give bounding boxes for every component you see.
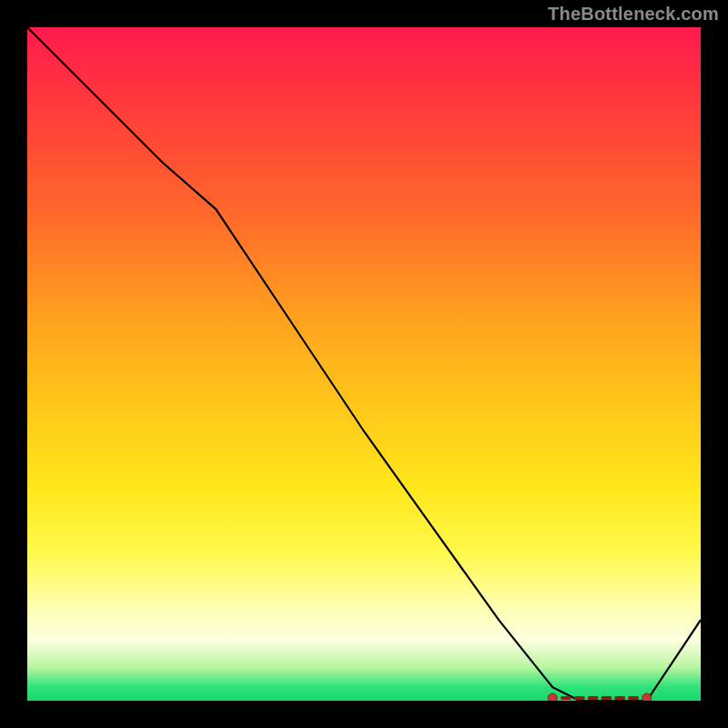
optimal-dot-left: [548, 693, 557, 701]
plot-area: [27, 27, 701, 701]
attribution-text: TheBottleneck.com: [548, 4, 719, 25]
optimal-dot-right: [642, 693, 652, 701]
bottleneck-curve: [27, 27, 701, 701]
chart-overlay: [27, 27, 701, 701]
chart-frame: TheBottleneck.com: [0, 0, 728, 728]
optimal-range-markers: [548, 693, 652, 701]
